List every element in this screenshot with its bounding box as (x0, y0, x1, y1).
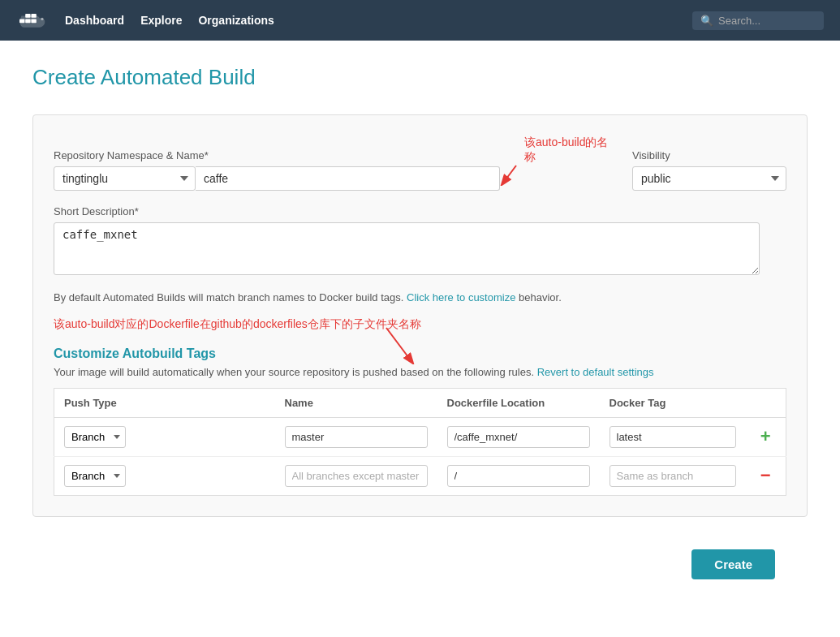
col-action (746, 388, 786, 417)
col-docker-tag: Docker Tag (600, 388, 746, 417)
docker-logo-icon (16, 4, 49, 37)
customize-info: Your image will build automatically when… (54, 366, 786, 378)
nav-dashboard[interactable]: Dashboard (65, 14, 124, 27)
search-icon: 🔍 (700, 15, 713, 27)
namespace-select[interactable]: tingtinglu (54, 166, 196, 191)
col-push-type: Push Type (54, 388, 275, 417)
repo-name-input[interactable] (196, 166, 500, 191)
name-input-1[interactable] (285, 426, 428, 448)
name-input-2[interactable] (285, 465, 428, 487)
namespace-label: Repository Namespace & Name* (54, 149, 500, 161)
info-text: By default Automated Builds will match b… (54, 290, 786, 306)
main-card: Repository Namespace & Name* tingtinglu … (32, 114, 808, 517)
footer: Create (32, 533, 808, 596)
svg-line-9 (386, 328, 411, 360)
table-row: Branch Tag (54, 456, 786, 495)
search-bar[interactable]: 🔍 (692, 11, 824, 30)
remove-row-button[interactable]: − (760, 467, 771, 484)
search-input[interactable] (718, 15, 816, 27)
nav-explore[interactable]: Explore (140, 14, 182, 27)
push-type-select-2[interactable]: Branch Tag (64, 465, 126, 487)
annotation-arrow-1 (500, 161, 565, 186)
visibility-select[interactable]: public private (632, 166, 786, 191)
description-textarea[interactable]: caffe_mxnet (54, 222, 760, 275)
push-type-select-1[interactable]: Branch Tag (64, 426, 126, 448)
dockerfile-input-1[interactable] (447, 426, 590, 448)
customize-link[interactable]: Click here to customize (407, 291, 515, 303)
logo[interactable] (16, 4, 49, 37)
add-row-button[interactable]: + (760, 428, 771, 445)
page-title: Create Automated Build (32, 65, 808, 90)
visibility-label: Visibility (632, 149, 786, 161)
col-name: Name (275, 388, 437, 417)
navbar-links: Dashboard Explore Organizations (65, 14, 692, 27)
nav-organizations[interactable]: Organizations (198, 14, 274, 27)
description-label: Short Description* (54, 205, 786, 217)
navbar: Dashboard Explore Organizations 🔍 (0, 0, 840, 41)
page-content: Create Automated Build Repository Namesp… (0, 41, 840, 620)
build-table: Push Type Name Dockerfile Location Docke… (54, 388, 786, 496)
col-dockerfile: Dockerfile Location (437, 388, 600, 417)
annotation-name-text: 该auto-build的名称 (524, 136, 616, 165)
svg-line-7 (504, 166, 516, 182)
revert-link[interactable]: Revert to default settings (537, 366, 654, 378)
create-button[interactable]: Create (691, 549, 775, 579)
annotation-dockerfile-text: 该auto-build对应的Dockerfile在github的dockerfi… (54, 317, 421, 332)
svg-point-5 (41, 18, 43, 20)
tag-input-2[interactable] (610, 465, 736, 487)
table-row: Branch Tag (54, 417, 786, 456)
tag-input-1[interactable] (610, 426, 736, 448)
dockerfile-input-2[interactable] (447, 465, 590, 487)
